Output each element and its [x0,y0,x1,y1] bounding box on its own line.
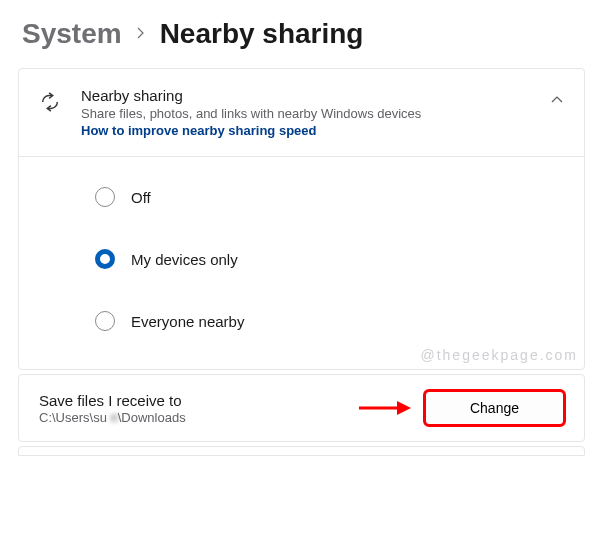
nearby-sharing-card: Nearby sharing Share files, photos, and … [18,68,585,370]
improve-speed-link[interactable]: How to improve nearby sharing speed [81,123,530,138]
watermark-text: @thegeekpage.com [19,347,584,369]
annotation-arrow-icon [357,398,413,418]
share-icon [39,91,61,113]
radio-option-my-devices[interactable]: My devices only [95,249,564,269]
breadcrumb: System Nearby sharing [0,0,603,58]
radio-icon [95,311,115,331]
card-title: Nearby sharing [81,87,530,104]
path-suffix: \Downloads [118,410,186,425]
save-location-path: C:\Users\su ri\Downloads [39,410,345,425]
breadcrumb-current: Nearby sharing [160,18,364,50]
radio-icon-selected [95,249,115,269]
save-location-title: Save files I receive to [39,392,345,409]
chevron-right-icon [136,24,146,45]
path-blurred: ri [107,410,118,425]
card-description: Share files, photos, and links with near… [81,106,530,121]
change-button[interactable]: Change [425,391,564,425]
radio-label: Everyone nearby [131,313,244,330]
next-card-partial [18,446,585,456]
radio-option-everyone[interactable]: Everyone nearby [95,311,564,331]
nearby-sharing-header[interactable]: Nearby sharing Share files, photos, and … [19,69,584,156]
radio-label: Off [131,189,151,206]
radio-option-off[interactable]: Off [95,187,564,207]
breadcrumb-parent[interactable]: System [22,18,122,50]
radio-label: My devices only [131,251,238,268]
save-location-card: Save files I receive to C:\Users\su ri\D… [18,374,585,442]
path-prefix: C:\Users\su [39,410,107,425]
svg-marker-1 [397,401,411,415]
save-location-text: Save files I receive to C:\Users\su ri\D… [39,392,345,425]
radio-icon [95,187,115,207]
chevron-up-icon [550,93,564,107]
sharing-options-list: Off My devices only Everyone nearby [19,156,584,371]
header-text-block: Nearby sharing Share files, photos, and … [81,87,530,138]
